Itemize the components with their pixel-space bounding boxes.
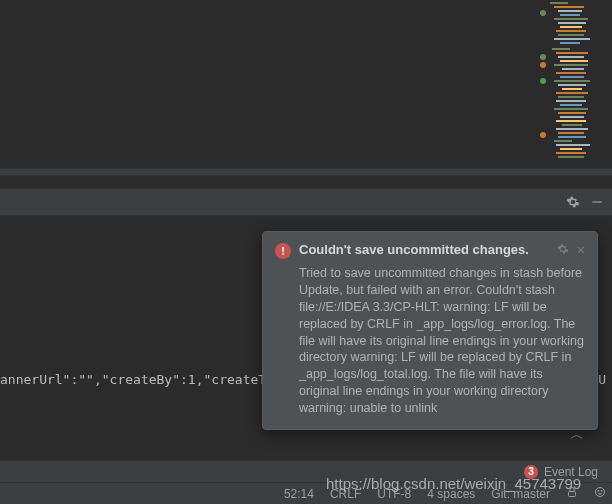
notification-body: Tried to save uncommitted changes in sta… [275, 265, 585, 417]
event-log-label[interactable]: Event Log [544, 465, 598, 479]
gear-icon[interactable] [566, 195, 580, 209]
editor-area[interactable] [0, 0, 612, 168]
panel-divider[interactable] [0, 168, 612, 176]
svg-point-3 [598, 491, 599, 492]
indent-setting[interactable]: 4 spaces [427, 487, 475, 501]
error-icon: ! [275, 243, 291, 259]
svg-point-2 [596, 488, 605, 497]
notification-title: Couldn't save uncommitted changes. [299, 242, 549, 257]
code-minimap[interactable] [548, 0, 610, 168]
event-count-badge[interactable]: 3 [524, 465, 538, 479]
tool-window-header [0, 188, 612, 216]
console-line: annerUrl":"","createBy":1,"createTim [0, 372, 282, 387]
notification-balloon: ! Couldn't save uncommitted changes. × T… [262, 231, 598, 430]
line-ending[interactable]: CRLF [330, 487, 361, 501]
encoding[interactable]: UTF-8 [377, 487, 411, 501]
scroll-up-icon[interactable]: ︿ [570, 426, 584, 444]
minimize-icon[interactable] [590, 195, 604, 209]
notification-close-icon[interactable]: × [577, 242, 585, 258]
memory-indicator-icon[interactable] [594, 486, 606, 501]
event-log-bar: 3 Event Log [0, 460, 612, 482]
cursor-position[interactable]: 52:14 [284, 487, 314, 501]
lock-icon[interactable] [566, 486, 578, 501]
svg-point-4 [601, 491, 602, 492]
status-bar: 52:14 CRLF UTF-8 4 spaces Git: master [0, 482, 612, 504]
console-line-trail: U [598, 372, 606, 387]
notification-settings-icon[interactable] [557, 242, 569, 258]
git-branch[interactable]: Git: master [491, 487, 550, 501]
svg-rect-1 [569, 492, 576, 497]
